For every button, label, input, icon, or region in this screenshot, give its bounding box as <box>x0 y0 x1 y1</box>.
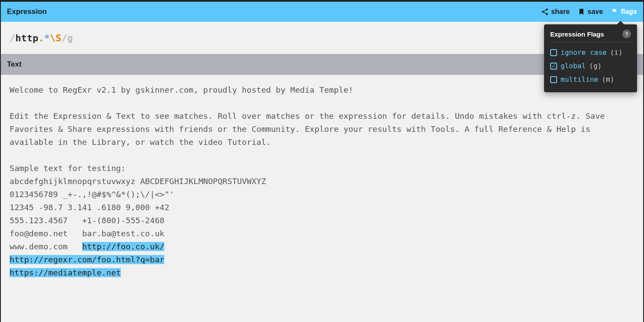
flags-popover: Expression Flags ? ignore case(i)global(… <box>544 24 637 92</box>
flag-option-multiline[interactable]: multiline(m) <box>550 73 631 86</box>
text-line: 555.123.4567 +1-(800)-555-2468 <box>10 216 164 225</box>
popover-header: Expression Flags ? <box>550 30 631 42</box>
text-line-pre: www.demo.com <box>10 242 82 251</box>
regex-close-delim: / <box>61 33 67 44</box>
expression-title: Expression <box>7 7 47 16</box>
regex-match: https://mediatemple.net <box>10 268 121 277</box>
save-label: save <box>588 8 603 16</box>
checkbox-icon[interactable] <box>550 76 557 83</box>
regex-flags: g <box>67 33 73 44</box>
flag-short: (i) <box>610 48 623 57</box>
flag-name: ignore case <box>561 48 607 57</box>
text-line: 0123456789 _+-.,!@#$%^&*();\/|<>"' <box>10 190 174 199</box>
flag-option-ignore-case[interactable]: ignore case(i) <box>550 46 631 59</box>
flag-name: multiline <box>561 75 598 84</box>
help-icon[interactable]: ? <box>622 30 631 38</box>
flag-short: (m) <box>602 75 614 84</box>
header-actions: share save flags <box>541 8 637 16</box>
regex-match: http://foo.co.uk/ <box>82 242 164 251</box>
svg-point-1 <box>542 11 544 13</box>
checkbox-icon[interactable] <box>550 63 557 70</box>
regex-open-delim: / <box>10 33 15 44</box>
text-line: Edit the Expression & Text to see matche… <box>10 111 610 147</box>
svg-point-0 <box>546 9 548 11</box>
text-line: abcdefghijklmnopqrstuvwxyz ABCDEFGHIJKLM… <box>10 177 266 186</box>
text-line: Welcome to RegExr v2.1 by gskinner.com, … <box>10 85 353 94</box>
regex-star: * <box>44 33 50 44</box>
bookmark-icon <box>578 8 585 16</box>
flags-label: flags <box>621 8 637 16</box>
save-button[interactable]: save <box>578 8 603 16</box>
regex-match: http://regexr.com/foo.html?q=bar <box>10 255 164 264</box>
text-line: 12345 -98.7 3.141 .6180 9,000 +42 <box>10 203 169 212</box>
regex-dot: . <box>38 33 44 44</box>
share-label: share <box>551 8 570 16</box>
checkbox-icon[interactable] <box>550 49 557 56</box>
text-line: foo@demo.net bar.ba@test.co.uk <box>10 229 164 238</box>
text-input-area[interactable]: Welcome to RegExr v2.1 by gskinner.com, … <box>1 75 643 288</box>
expression-header: Expression share save flags <box>1 2 643 22</box>
regex-literal: http <box>15 33 38 44</box>
flag-short: (g) <box>589 62 602 70</box>
flag-option-global[interactable]: global(g) <box>550 59 631 73</box>
expression-content: /http.*\S/g <box>10 33 73 44</box>
svg-point-2 <box>546 13 548 15</box>
flags-button[interactable]: flags <box>611 8 637 16</box>
flag-name: global <box>561 62 586 70</box>
regex-escape: \S <box>50 33 62 44</box>
share-button[interactable]: share <box>541 8 570 16</box>
share-icon <box>541 8 549 16</box>
flag-icon <box>611 8 619 16</box>
popover-title: Expression Flags <box>550 30 604 38</box>
text-line: Sample text for testing: <box>10 164 126 173</box>
